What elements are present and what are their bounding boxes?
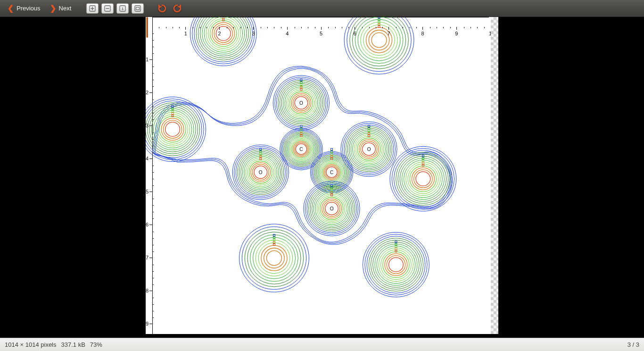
y-tick: 7 bbox=[146, 255, 154, 260]
svg-rect-183 bbox=[331, 149, 333, 150]
svg-rect-194 bbox=[331, 187, 333, 189]
svg-point-126 bbox=[161, 118, 184, 141]
svg-point-98 bbox=[206, 17, 240, 50]
zoom-in-icon bbox=[89, 5, 96, 12]
y-tick: 5 bbox=[146, 189, 154, 194]
status-zoom: 73% bbox=[90, 341, 102, 348]
x-tick: 5 bbox=[320, 27, 322, 36]
svg-point-94 bbox=[198, 17, 248, 58]
svg-rect-216 bbox=[422, 162, 424, 164]
svg-point-116 bbox=[146, 99, 204, 160]
svg-point-162 bbox=[379, 248, 413, 281]
svg-point-123 bbox=[156, 112, 190, 146]
svg-text:1: 1 bbox=[122, 7, 124, 11]
status-bar: 1014 × 1014 pixels 337.1 kB 73% 3 / 3 bbox=[0, 338, 644, 351]
svg-rect-203 bbox=[378, 17, 380, 18]
svg-point-102 bbox=[214, 25, 232, 42]
svg-point-114 bbox=[372, 33, 387, 47]
x-tick: 9 bbox=[455, 27, 458, 36]
svg-point-163 bbox=[381, 250, 412, 279]
rotate-ccw-button[interactable] bbox=[156, 2, 168, 15]
chevron-left-icon: ❮ bbox=[7, 4, 15, 13]
next-label: Next bbox=[59, 5, 72, 12]
svg-point-134 bbox=[400, 156, 446, 201]
y-tick: 1 bbox=[146, 57, 154, 62]
y-tick: 3 bbox=[146, 123, 154, 128]
svg-point-153 bbox=[267, 251, 282, 265]
rotate-ccw-icon bbox=[157, 4, 167, 13]
svg-rect-5 bbox=[136, 7, 140, 9]
svg-rect-226 bbox=[395, 248, 397, 250]
image-canvas: OCOCOO 12345678910 123456789 bbox=[146, 17, 498, 334]
svg-rect-171 bbox=[300, 86, 302, 88]
svg-point-93 bbox=[196, 17, 250, 60]
atom-label: C bbox=[330, 170, 333, 175]
svg-rect-176 bbox=[300, 133, 302, 134]
atom-label: O bbox=[367, 147, 371, 152]
svg-rect-185 bbox=[331, 153, 333, 155]
svg-rect-168 bbox=[300, 79, 302, 81]
svg-rect-4 bbox=[135, 6, 140, 11]
y-tick: 8 bbox=[146, 288, 154, 293]
x-tick: 1 bbox=[184, 27, 187, 36]
svg-rect-188 bbox=[368, 125, 370, 127]
zoom-out-button[interactable] bbox=[101, 3, 114, 14]
svg-point-131 bbox=[394, 150, 452, 208]
svg-point-120 bbox=[149, 107, 196, 152]
svg-point-152 bbox=[264, 248, 285, 268]
svg-rect-178 bbox=[260, 149, 262, 150]
transparency-checker bbox=[491, 17, 498, 334]
status-page-indicator: 3 / 3 bbox=[627, 341, 639, 348]
y-tick: 4 bbox=[146, 156, 154, 161]
y-tick: 6 bbox=[146, 222, 154, 227]
previous-label: Previous bbox=[17, 5, 41, 12]
status-dimensions: 1014 × 1014 pixels bbox=[5, 341, 57, 348]
svg-rect-211 bbox=[172, 113, 173, 115]
svg-point-147 bbox=[250, 235, 298, 282]
next-button[interactable]: ❯ Next bbox=[46, 2, 74, 14]
zoom-actual-button[interactable]: 1 bbox=[116, 3, 129, 14]
svg-point-150 bbox=[258, 242, 290, 273]
image-viewport[interactable]: OCOCOO 12345678910 123456789 bbox=[0, 17, 644, 334]
svg-rect-191 bbox=[368, 133, 370, 134]
svg-rect-189 bbox=[368, 128, 370, 130]
atom-label: C bbox=[299, 147, 303, 152]
svg-point-108 bbox=[355, 17, 403, 63]
svg-point-159 bbox=[373, 242, 419, 287]
svg-rect-196 bbox=[331, 192, 333, 194]
svg-rect-186 bbox=[331, 156, 333, 158]
zoom-fit-button[interactable] bbox=[132, 3, 144, 14]
previous-button[interactable]: ❮ Previous bbox=[4, 2, 43, 14]
x-tick: 4 bbox=[286, 27, 289, 36]
x-tick: 3 bbox=[252, 27, 255, 36]
y-tick: 2 bbox=[146, 90, 154, 95]
rotate-cw-button[interactable] bbox=[171, 2, 183, 15]
atom-label: O bbox=[259, 170, 263, 175]
svg-point-138 bbox=[408, 164, 438, 193]
svg-point-167 bbox=[389, 258, 404, 272]
svg-rect-181 bbox=[260, 156, 262, 158]
svg-point-166 bbox=[387, 256, 405, 274]
zoom-actual-icon: 1 bbox=[119, 5, 126, 12]
svg-point-127 bbox=[163, 120, 182, 138]
contour-svg bbox=[146, 17, 498, 334]
svg-point-156 bbox=[367, 236, 425, 293]
svg-point-141 bbox=[414, 170, 432, 188]
y-tick: 9 bbox=[146, 321, 154, 326]
svg-point-151 bbox=[261, 245, 287, 271]
svg-point-128 bbox=[165, 122, 180, 136]
svg-rect-169 bbox=[300, 82, 302, 84]
zoom-in-button[interactable] bbox=[86, 3, 99, 14]
x-tick: 7 bbox=[388, 27, 390, 36]
toolbar: ❮ Previous ❯ Next 1 bbox=[0, 0, 644, 17]
svg-point-99 bbox=[208, 18, 239, 48]
x-tick: 6 bbox=[354, 27, 356, 36]
svg-point-124 bbox=[157, 114, 188, 144]
svg-point-142 bbox=[416, 172, 430, 186]
svg-point-113 bbox=[369, 30, 389, 50]
atom-label: O bbox=[330, 206, 334, 211]
svg-point-137 bbox=[406, 162, 440, 195]
chevron-right-icon: ❯ bbox=[49, 4, 57, 13]
atom-label: O bbox=[299, 100, 303, 106]
contour-plot: OCOCOO 12345678910 123456789 bbox=[146, 17, 498, 334]
